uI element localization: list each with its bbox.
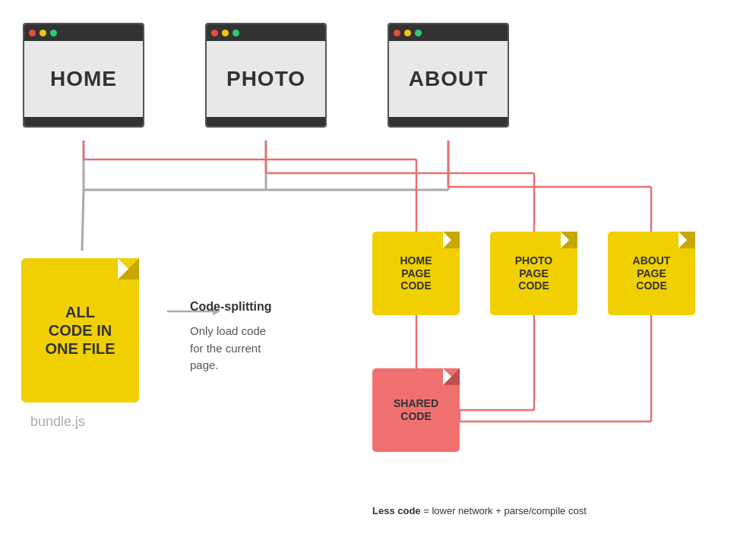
doc-home-page-code-text: HOMEPAGECODE — [394, 248, 438, 298]
doc-shared-code-text: SHAREDCODE — [387, 391, 444, 429]
browser-photo-body: PHOTO — [207, 41, 325, 117]
dot-red-home — [29, 30, 36, 36]
doc-all-code: ALLCODE INONE FILE — [21, 258, 139, 403]
doc-all-code-text: ALLCODE INONE FILE — [37, 295, 122, 365]
code-splitting-heading: Code-splitting — [190, 300, 272, 314]
diagram-canvas: HOME PHOTO ABOUT ALLCODE INONE FILE bun — [0, 0, 756, 543]
browser-photo-bottom — [207, 117, 325, 126]
bundle-js-label: bundle.js — [30, 414, 85, 430]
doc-home-page-code: HOMEPAGECODE — [372, 232, 460, 315]
browser-photo: PHOTO — [205, 23, 327, 128]
dot-yellow-photo — [222, 30, 229, 36]
dot-green-about — [415, 30, 422, 36]
dot-red-about — [394, 30, 400, 36]
browser-home-bottom — [24, 117, 143, 126]
footer-label-bold: Less code — [372, 505, 421, 516]
svg-line-1 — [82, 190, 84, 251]
browser-about-titlebar — [389, 24, 508, 41]
doc-photo-page-code: PHOTOPAGECODE — [490, 232, 577, 315]
dot-green-home — [50, 30, 57, 36]
footer-label: Less code = lower network + parse/compil… — [372, 505, 587, 516]
browser-photo-label: PHOTO — [226, 67, 305, 91]
dot-yellow-home — [40, 30, 46, 36]
browser-home: HOME — [23, 23, 144, 128]
browser-about-label: ABOUT — [409, 67, 489, 91]
browser-photo-titlebar — [207, 24, 325, 41]
browser-about-body: ABOUT — [389, 41, 508, 117]
browser-about-bottom — [389, 117, 508, 126]
doc-shared-code: SHAREDCODE — [372, 368, 460, 452]
browser-about: ABOUT — [387, 23, 509, 128]
browser-home-body: HOME — [24, 41, 143, 117]
dot-red-photo — [211, 30, 218, 36]
footer-label-normal: = lower network + parse/compile cost — [421, 505, 587, 516]
dot-green-photo — [232, 30, 239, 36]
browser-home-titlebar — [24, 24, 143, 41]
browser-home-label: HOME — [50, 67, 117, 91]
doc-photo-page-code-text: PHOTOPAGECODE — [509, 248, 559, 298]
doc-about-page-code: ABOUTPAGECODE — [608, 232, 695, 315]
dot-yellow-about — [404, 30, 411, 36]
code-splitting-description: Only load codefor the currentpage. — [190, 323, 266, 374]
doc-about-page-code-text: ABOUTPAGECODE — [627, 248, 677, 298]
